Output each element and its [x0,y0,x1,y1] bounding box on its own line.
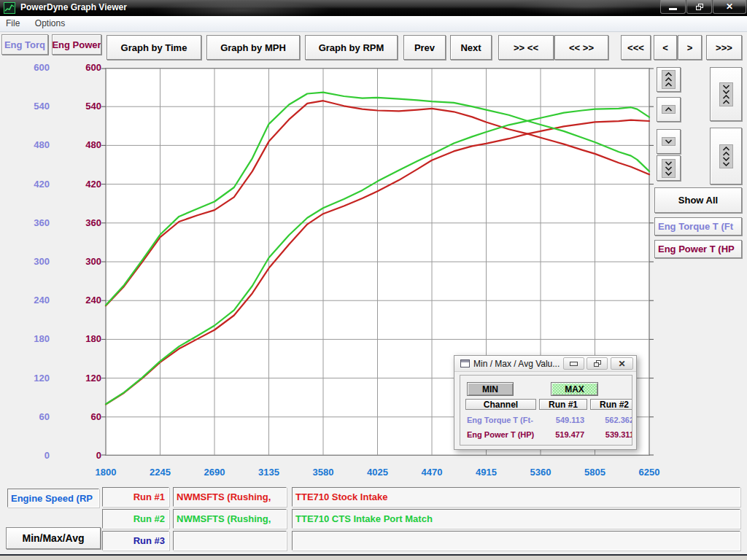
next-button[interactable]: Next [450,35,492,60]
app-icon [4,2,15,14]
torque-tick-label: 300 [1,256,50,268]
minmax-avg-button[interactable]: Min/Max/Avg [6,527,101,549]
graph-by-mph-button[interactable]: Graph by MPH [206,35,300,60]
scroll-left-button[interactable]: < [654,35,677,60]
minmax-titlebar[interactable]: Min / Max / Avg Valu... ✕ [454,356,636,372]
legend-torque-label: Eng Torque T (Ft [658,221,733,232]
column-header-channel[interactable]: Channel [465,399,536,410]
graph-by-time-button[interactable]: Graph by Time [107,35,201,60]
window-title: PowerDyne Graph Viewer [20,2,127,12]
tab-eng-power[interactable]: Eng Power [52,34,101,55]
x-tick-label: 5360 [517,467,564,478]
zoom-out-x-button[interactable]: << >> [554,35,608,60]
scale-down-icon [662,137,676,146]
prev-button[interactable]: Prev [403,35,446,60]
minmax-avg-label: Min/Max/Avg [22,532,84,544]
expand-y-range-icon [719,144,733,168]
run-description-field: TTE710 Stock Intake [292,487,740,507]
close-icon: ✕ [726,2,733,11]
minmax-close-icon: ✕ [618,359,625,368]
x-tick-label: 4915 [463,467,510,478]
tab-eng-power-label: Eng Power [52,39,101,50]
torque-tick-label: 0 [1,450,50,462]
x-tick-label: 1800 [82,467,129,478]
x-tick-label: 5805 [572,467,619,478]
powerdyne-window: PowerDyne Graph Viewer ✕ File Options En… [0,0,747,560]
menu-item-options[interactable]: Options [29,16,71,31]
x-tick-label: 3580 [300,467,347,478]
x-tick-label: 6250 [626,467,673,478]
scale-up-fast-icon [662,70,676,89]
minmax-window-icon [460,359,470,368]
maximize-button[interactable] [686,0,712,14]
run-label-field: Run #1 [102,487,169,507]
torque-tick-label: 180 [1,333,50,345]
minmax-run1-value: 519.477 [541,430,584,439]
x-tick-label: 4470 [409,467,455,478]
minmax-run2-value: 562.362 [590,416,632,424]
torque-tick-label: 600 [1,62,50,74]
minmax-close-button[interactable]: ✕ [611,357,633,370]
power-tick-label: 360 [53,217,101,229]
scale-up-button[interactable] [657,97,681,122]
scale-down-button[interactable] [657,129,681,154]
torque-tick-label: 540 [1,101,50,112]
minmax-restore-button[interactable] [587,357,608,370]
column-header-run2[interactable]: Run #2 [590,399,632,410]
minmax-run2-value: 539.311 [590,430,632,439]
power-tick-label: 300 [53,256,101,268]
run-operator-field: NWMSFTS (Rushing, [173,487,287,507]
collapse-y-range-button[interactable] [710,67,742,121]
collapse-y-range-icon [719,82,733,106]
max-toggle-button[interactable]: MAX [551,382,598,396]
minimize-button[interactable] [660,0,686,14]
minmax-minimize-button[interactable] [563,357,584,370]
scroll-left-fast-button[interactable]: <<< [621,35,651,60]
expand-y-range-button[interactable] [710,128,742,184]
power-tick-label: 480 [53,139,101,151]
x-axis-channel-label: Engine Speed (RP [11,493,93,504]
x-tick-label: 4025 [355,467,401,478]
min-label: MIN [482,384,498,394]
restore-icon [696,4,703,10]
minmax-channel-label: Eng Torque T (Ft- [467,416,549,424]
scale-up-icon [662,105,676,114]
run-label-field: Run #3 [102,531,169,551]
menu-item-file[interactable]: File [0,16,26,31]
min-toggle-button[interactable]: MIN [467,382,514,396]
torque-tick-label: 480 [1,139,50,151]
graph-by-rpm-button[interactable]: Graph by RPM [305,35,398,60]
minmax-minimize-icon [570,362,578,366]
tab-eng-torque[interactable]: Eng Torq [1,34,48,55]
power-tick-label: 240 [53,295,101,306]
run-description-field: TTE710 CTS Intake Port Match [292,509,740,529]
scale-down-fast-button[interactable] [657,155,681,181]
minmax-run1-value: 549.113 [541,416,584,424]
power-tick-label: 600 [53,62,101,74]
show-all-button[interactable]: Show All [654,187,742,213]
power-tick-label: 60 [53,411,101,423]
minmax-window: Min / Max / Avg Valu... ✕ MIN MAX Channe… [454,355,637,450]
legend-field-power: Eng Power T (HP [654,240,742,258]
power-tick-label: 180 [53,333,101,345]
run-description-field [292,531,740,551]
legend-field-torque: Eng Torque T (Ft [654,217,742,236]
minmax-panel: MIN MAX Channel Run #1 Run #2 Eng Torque… [460,375,632,446]
scroll-right-fast-button[interactable]: >>> [706,35,742,60]
title-bar: PowerDyne Graph Viewer ✕ [0,0,747,16]
column-header-run1[interactable]: Run #1 [539,399,587,410]
x-tick-label: 2690 [191,467,238,478]
torque-tick-label: 240 [1,295,50,306]
legend-power-label: Eng Power T (HP [658,244,735,254]
torque-tick-label: 60 [1,411,50,423]
run-operator-field [173,531,287,551]
zoom-in-x-button[interactable]: >> << [498,35,554,60]
minimize-icon [669,8,677,10]
scroll-right-button[interactable]: > [678,35,702,60]
close-button[interactable]: ✕ [713,0,746,14]
tab-eng-torque-label: Eng Torq [4,39,45,50]
scale-up-fast-button[interactable] [657,67,681,92]
power-tick-label: 540 [53,101,101,112]
x-tick-label: 2245 [137,467,184,478]
torque-tick-label: 360 [1,217,50,229]
